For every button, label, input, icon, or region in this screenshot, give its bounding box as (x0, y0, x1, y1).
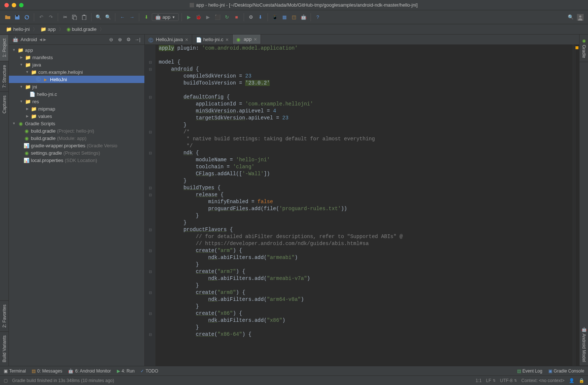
breadcrumb-item[interactable]: 📁 hello-jni (4, 26, 32, 33)
project-tool-button[interactable]: 1: Project (0, 35, 8, 61)
save-icon[interactable] (13, 13, 21, 21)
event-log-tool-button[interactable]: ▤Event Log (517, 368, 542, 374)
layout-icon[interactable]: ▦ (280, 13, 288, 21)
tree-item-manifests[interactable]: ▶📁manifests (9, 54, 144, 61)
hide-icon[interactable]: →| (134, 36, 141, 43)
fold-icon[interactable]: ⊟ (149, 130, 152, 134)
fold-icon[interactable]: ⊟ (149, 312, 152, 316)
device-icon[interactable]: 📱 (271, 13, 279, 21)
tree-item-settings-gradle[interactable]: ◉settings.gradle (Project Settings) (9, 149, 144, 156)
fold-icon[interactable]: ⊟ (149, 249, 152, 253)
tree-item-gradle-wrapper[interactable]: 📊gradle-wrapper.properties (Gradle Versi… (9, 142, 144, 149)
sdk-icon[interactable]: ⬇ (257, 13, 265, 21)
fold-icon[interactable]: ⊟ (149, 228, 152, 232)
code-area[interactable]: apply plugin: 'com.android.model.applica… (156, 45, 575, 366)
tree-item-res[interactable]: ▼📁res (9, 98, 144, 105)
find-icon[interactable]: 🔍 (94, 13, 103, 21)
stop-icon[interactable]: ■ (233, 13, 241, 21)
project-view-label[interactable]: Android (21, 37, 37, 42)
build-variants-tool-button[interactable]: Build Variants (0, 331, 8, 366)
editor-tab-hellojni-java[interactable]: Ⓒ HelloJni.java × (145, 35, 192, 44)
avd-icon[interactable]: ⚙ (247, 13, 255, 21)
fold-icon[interactable]: ⊟ (149, 60, 152, 64)
search-everywhere-icon[interactable]: 🔍 (567, 13, 575, 21)
debug-icon[interactable]: 🐞 (194, 13, 202, 21)
open-icon[interactable] (4, 13, 12, 21)
lock-icon[interactable]: 🔒 (579, 378, 584, 383)
view-nav-icons[interactable]: ◀ ▶ (39, 37, 46, 42)
close-window-button[interactable] (4, 3, 9, 7)
help-icon[interactable]: ? (314, 13, 322, 21)
structure-tool-button[interactable]: 7: Structure (0, 61, 8, 91)
tree-item-hellojni-class[interactable]: Ⓒ▶HelloJni (9, 76, 144, 83)
editor-tab-hellojni-c[interactable]: 📄 hello-jni.c × (192, 35, 233, 44)
android-model-tool-button[interactable]: 🤖Android Model (580, 323, 588, 366)
replace-icon[interactable]: 🔍 (104, 13, 112, 21)
restart-icon[interactable]: ↻ (223, 13, 231, 21)
tree-item-local-properties[interactable]: 📊local.properties (SDK Location) (9, 156, 144, 164)
favorites-tool-button[interactable]: 2: Favorites (0, 301, 8, 331)
gradle-tool-button[interactable]: ◉Gradle (580, 35, 588, 62)
todo-tool-button[interactable]: ✓TODO (140, 368, 158, 374)
context-selector[interactable]: Context: <no context> (521, 378, 564, 383)
settings-icon[interactable]: ⚙ (125, 36, 132, 43)
run-icon[interactable]: ▶ (185, 13, 193, 21)
warning-marker[interactable] (576, 46, 578, 49)
fold-icon[interactable]: ⊟ (149, 95, 152, 99)
tree-item-app[interactable]: ▼📁app (9, 46, 144, 54)
tree-item-java[interactable]: ▼📁java (9, 61, 144, 68)
fold-icon[interactable]: ⊟ (149, 270, 152, 274)
minimize-window-button[interactable] (12, 3, 16, 7)
collapse-all-icon[interactable]: ⊖ (108, 36, 114, 43)
close-tab-icon[interactable]: × (254, 36, 257, 42)
error-stripe[interactable] (575, 45, 579, 366)
tree-item-package[interactable]: ▼📁com.example.hellojni (9, 68, 144, 76)
android-robot-icon[interactable]: 🤖 (300, 13, 308, 21)
fold-icon[interactable]: ⊟ (149, 291, 152, 295)
sync-icon[interactable] (23, 13, 31, 21)
attach-icon[interactable]: ⬛ (214, 13, 222, 21)
close-tab-icon[interactable]: × (185, 37, 188, 43)
tree-item-build-gradle-project[interactable]: ◉build.gradle (Project: hello-jni) (9, 127, 144, 134)
tree-item-jni[interactable]: ▼📁jni (9, 83, 144, 90)
undo-icon[interactable]: ↶ (37, 13, 45, 21)
messages-tool-button[interactable]: ▤0: Messages (32, 368, 62, 374)
status-icon[interactable]: ▢ (4, 378, 8, 383)
close-tab-icon[interactable]: × (226, 37, 229, 43)
fold-icon[interactable]: ⊟ (149, 332, 152, 337)
tree-item-values[interactable]: ▶📁values (9, 112, 144, 120)
run-tool-button[interactable]: ▶4: Run (117, 368, 135, 374)
editor-gutter[interactable]: ⊟ ⊟ ⊟ ⊟ ⊟ ⊟ ⊟ ⊟ ⊟ ⊟ ⊟ ⊟ (145, 45, 156, 366)
run-config-dropdown[interactable]: 🤖 app ▼ (152, 13, 179, 21)
copy-icon[interactable] (71, 13, 79, 21)
breadcrumb-item[interactable]: ◉ build.gradle (64, 26, 99, 33)
tree-item-build-gradle-app[interactable]: ◉build.gradle (Module: app) (9, 134, 144, 142)
redo-icon[interactable]: ↷ (47, 13, 55, 21)
fold-icon[interactable]: ⊟ (149, 193, 152, 197)
paste-icon[interactable] (80, 13, 88, 21)
tree-item-hellojni-c[interactable]: 📄hello-jni.c (9, 90, 144, 98)
cut-icon[interactable]: ✂ (61, 13, 69, 21)
tree-item-mipmap[interactable]: ▶📁mipmap (9, 105, 144, 112)
fold-icon[interactable]: ⊟ (149, 151, 152, 155)
back-icon[interactable]: ← (118, 13, 126, 21)
fold-icon[interactable]: ⊟ (149, 67, 152, 71)
inspection-icon[interactable]: 👤 (569, 378, 574, 383)
terminal-tool-button[interactable]: ▣Terminal (4, 368, 26, 374)
encoding[interactable]: UTF-8⇅ (500, 378, 517, 383)
tree-item-gradle-scripts[interactable]: ▼◉Gradle Scripts (9, 120, 144, 127)
fold-icon[interactable]: ⊟ (149, 186, 152, 190)
editor-tab-app-gradle[interactable]: ◉ app × (233, 35, 261, 44)
coverage-icon[interactable]: ▶ (204, 13, 212, 21)
gradle-console-tool-button[interactable]: ▣Gradle Console (548, 368, 584, 374)
theme-icon[interactable]: ◫ (290, 13, 298, 21)
cursor-position[interactable]: 1:1 (476, 378, 482, 383)
captures-tool-button[interactable]: Captures (0, 91, 8, 117)
editor-content[interactable]: ⊟ ⊟ ⊟ ⊟ ⊟ ⊟ ⊟ ⊟ ⊟ ⊟ ⊟ ⊟ (145, 45, 579, 366)
android-monitor-tool-button[interactable]: 🤖6: Android Monitor (68, 368, 111, 374)
user-icon[interactable] (576, 13, 584, 21)
target-icon[interactable]: ⊕ (116, 36, 123, 43)
forward-icon[interactable]: → (128, 13, 136, 21)
maximize-window-button[interactable] (19, 3, 24, 7)
breadcrumb-item[interactable]: 📁 app (38, 26, 58, 33)
